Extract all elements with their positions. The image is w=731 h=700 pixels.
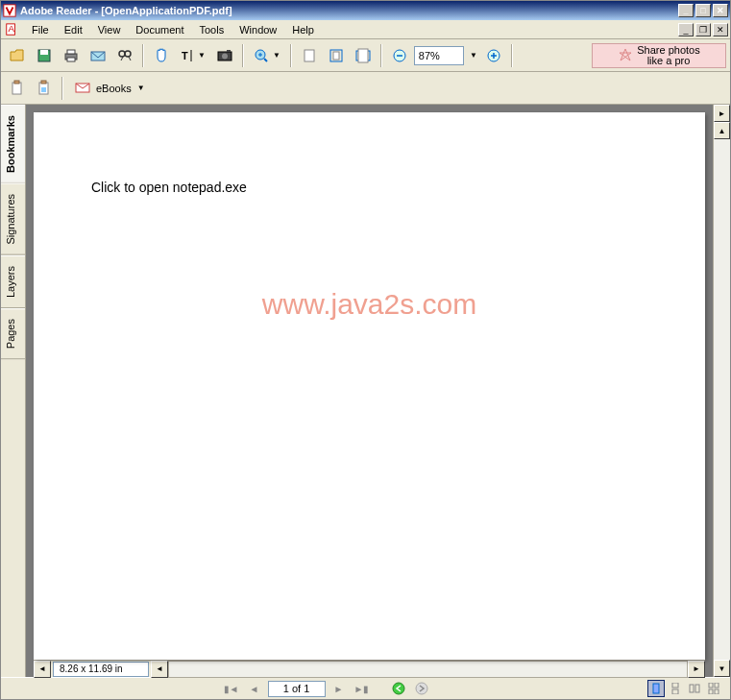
svg-rect-24: [333, 52, 339, 60]
svg-point-16: [222, 53, 228, 59]
fit-width-button[interactable]: [351, 43, 376, 68]
search-button[interactable]: [112, 43, 137, 68]
svg-rect-41: [672, 683, 678, 688]
svg-rect-36: [41, 87, 46, 92]
menu-file[interactable]: File: [24, 22, 57, 37]
hand-tool-button[interactable]: [149, 43, 174, 68]
sidebar: Bookmarks Signatures Layers Pages: [1, 105, 26, 677]
sidebar-tab-pages[interactable]: Pages: [1, 308, 25, 359]
menu-help[interactable]: Help: [284, 22, 322, 37]
last-page-button[interactable]: ►▮: [353, 680, 372, 697]
dropdown-arrow-icon: ▼: [198, 51, 206, 60]
email-button[interactable]: [85, 43, 110, 68]
secondary-toolbar: eBooks ▼: [1, 72, 730, 105]
ebooks-icon: [75, 82, 92, 95]
promo-banner[interactable]: Share photos like a pro: [592, 43, 726, 68]
scroll-left-button[interactable]: ◄: [34, 661, 51, 678]
fit-page-button[interactable]: [324, 43, 349, 68]
open-button[interactable]: [5, 43, 30, 68]
svg-rect-44: [695, 685, 699, 692]
scroll-right-button[interactable]: ►: [688, 661, 705, 678]
select-text-button[interactable]: T▼: [176, 43, 210, 68]
main-toolbar: T▼ ▼ ▼ Share photos like a pro: [1, 39, 730, 72]
continuous-facing-view[interactable]: [705, 680, 722, 697]
back-button[interactable]: [389, 680, 408, 697]
zoom-out-button[interactable]: [387, 43, 412, 68]
svg-rect-47: [709, 689, 713, 694]
svg-point-38: [393, 683, 404, 694]
doc-minimize-button[interactable]: _: [678, 23, 694, 36]
star-icon: [618, 48, 633, 63]
sidebar-tab-layers[interactable]: Layers: [1, 255, 25, 308]
svg-rect-4: [40, 50, 48, 55]
menu-edit[interactable]: Edit: [57, 22, 90, 37]
document-icon: A: [5, 23, 18, 36]
doc-close-button[interactable]: ✕: [713, 23, 728, 36]
page-dimensions: 8.26 x 11.69 in: [53, 662, 149, 677]
document-link[interactable]: Click to open notepad.exe: [91, 180, 247, 195]
first-page-button[interactable]: ▮◄: [222, 680, 241, 697]
scroll-up-button[interactable]: ▲: [714, 122, 730, 139]
clipboard-image-button[interactable]: [32, 76, 57, 101]
svg-text:T: T: [182, 50, 188, 61]
next-page-button[interactable]: ►: [329, 680, 349, 697]
close-button[interactable]: ✕: [713, 4, 728, 17]
facing-view[interactable]: [686, 680, 703, 697]
menu-document[interactable]: Document: [128, 22, 191, 37]
workspace: Bookmarks Signatures Layers Pages Click …: [1, 105, 730, 677]
maximize-button[interactable]: □: [695, 4, 711, 17]
print-button[interactable]: [59, 43, 84, 68]
watermark: www.java2s.com: [262, 288, 476, 321]
horizontal-scrollbar: ◄ 8.26 x 11.69 in ◄ ►: [34, 660, 705, 677]
dropdown-arrow-icon: ▼: [137, 84, 145, 92]
svg-point-10: [125, 51, 131, 57]
zoom-in-plus-button[interactable]: [481, 43, 506, 68]
status-bar: ▮◄ ◄ ► ►▮: [1, 677, 730, 699]
svg-rect-33: [14, 81, 19, 84]
clipboard-button[interactable]: [5, 76, 30, 101]
promo-line1: Share photos: [637, 45, 699, 56]
sidebar-tab-bookmarks[interactable]: Bookmarks: [1, 105, 25, 183]
page-number-input[interactable]: [268, 681, 326, 697]
single-page-view[interactable]: [647, 680, 665, 697]
zoom-dropdown[interactable]: ▼: [466, 43, 479, 68]
menu-window[interactable]: Window: [231, 22, 284, 37]
zoom-input[interactable]: [414, 46, 464, 65]
view-mode-buttons: [647, 680, 722, 697]
promo-line2: like a pro: [637, 56, 699, 66]
minimize-button[interactable]: _: [678, 4, 694, 17]
doc-restore-button[interactable]: ❐: [695, 23, 711, 36]
svg-rect-6: [67, 50, 75, 54]
window-title: Adobe Reader - [OpenApplicationPDF.pdf]: [20, 5, 678, 16]
svg-rect-46: [715, 683, 719, 688]
prev-page-button[interactable]: ◄: [245, 680, 264, 697]
sidebar-tab-signatures[interactable]: Signatures: [1, 183, 25, 255]
svg-point-9: [119, 51, 125, 57]
ebooks-button[interactable]: eBooks ▼: [68, 78, 152, 99]
menu-bar: A File Edit View Document Tools Window H…: [1, 20, 730, 39]
h-scroll-track[interactable]: [168, 661, 688, 678]
svg-line-21: [264, 59, 267, 61]
svg-rect-32: [12, 83, 21, 94]
dropdown-arrow-icon: ▼: [273, 51, 280, 60]
zoom-in-button[interactable]: ▼: [249, 43, 285, 68]
svg-rect-35: [41, 81, 46, 84]
actual-size-button[interactable]: [297, 43, 322, 68]
svg-rect-43: [690, 685, 694, 692]
forward-button[interactable]: [412, 680, 431, 697]
menu-tools[interactable]: Tools: [192, 22, 232, 37]
save-button[interactable]: [32, 43, 57, 68]
v-scroll-track[interactable]: [714, 139, 730, 660]
snapshot-button[interactable]: [212, 43, 237, 68]
scroll-down-button[interactable]: ▼: [714, 660, 730, 677]
svg-rect-7: [67, 58, 75, 61]
scroll-left2-button[interactable]: ◄: [151, 661, 168, 678]
svg-rect-45: [709, 683, 713, 688]
menu-view[interactable]: View: [90, 22, 129, 37]
svg-rect-22: [305, 50, 314, 61]
scroll-right-toggle[interactable]: ►: [714, 105, 730, 122]
vertical-scrollbar: ► ▲ ▼: [713, 105, 730, 677]
svg-line-12: [129, 57, 131, 60]
continuous-view[interactable]: [667, 680, 684, 697]
title-bar: Adobe Reader - [OpenApplicationPDF.pdf] …: [1, 1, 730, 20]
